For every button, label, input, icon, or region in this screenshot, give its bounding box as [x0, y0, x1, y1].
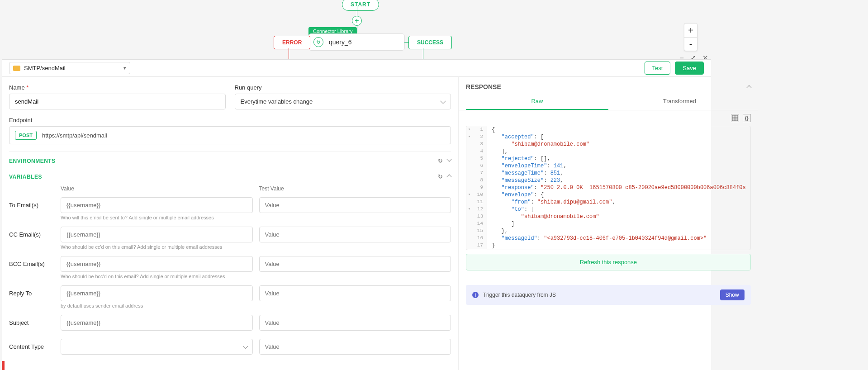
- to-email-value-input[interactable]: [61, 197, 253, 213]
- to-email-testvalue-input[interactable]: [259, 197, 451, 213]
- start-node[interactable]: START: [342, 0, 379, 11]
- query-node[interactable]: query_6: [308, 33, 405, 51]
- response-column: RESPONSE Raw Transformed {} ▾1{ ▾2 "acce…: [459, 77, 758, 370]
- value-column-header: Value: [61, 184, 253, 194]
- add-node-button[interactable]: +: [352, 16, 362, 26]
- contenttype-label: Content Type: [9, 339, 54, 350]
- variables-grid: Value Test Value To Email(s) Who will th…: [9, 184, 451, 355]
- bcc-email-help: Who should be bcc'd on this email? Add s…: [61, 274, 451, 279]
- plug-icon: [313, 37, 323, 47]
- success-node[interactable]: SUCCESS: [408, 36, 452, 49]
- to-email-help: Who will this email be sent to? Add sing…: [61, 215, 451, 220]
- connector-line: [423, 48, 423, 60]
- run-query-select[interactable]: Everytime variables change: [235, 94, 451, 109]
- trigger-info-bar: i Trigger this dataquery from JS Show: [466, 285, 751, 305]
- bcc-email-value-input[interactable]: [61, 256, 253, 272]
- connector-line: [404, 42, 408, 43]
- bcc-email-label: BCC Email(s): [9, 256, 54, 267]
- tab-raw[interactable]: Raw: [466, 93, 608, 110]
- replyto-label: Reply To: [9, 285, 54, 297]
- cc-email-help: Who should be cc'd on this email? Add si…: [61, 244, 451, 250]
- replyto-testvalue-input[interactable]: [259, 285, 451, 301]
- zoom-controls: + -: [684, 23, 697, 51]
- chevron-up-icon[interactable]: [446, 174, 451, 179]
- connector-selector[interactable]: SMTP/sendMail ▾: [9, 62, 130, 74]
- connector-selector-label: SMTP/sendMail: [24, 65, 66, 71]
- name-input[interactable]: [9, 94, 226, 109]
- to-email-label: To Email(s): [9, 197, 54, 209]
- response-tabs: Raw Transformed: [459, 93, 758, 110]
- tab-transformed[interactable]: Transformed: [608, 93, 751, 110]
- top-actions: Test Save: [645, 62, 704, 75]
- contenttype-testvalue-input[interactable]: [259, 339, 451, 355]
- subject-label: Subject: [9, 315, 54, 326]
- error-node[interactable]: ERROR: [274, 36, 310, 49]
- connector-line: [357, 6, 357, 16]
- endpoint-box: POST https://smtp/api/sendmail: [9, 126, 451, 144]
- test-button[interactable]: Test: [645, 62, 671, 75]
- svg-rect-0: [732, 115, 738, 121]
- save-button[interactable]: Save: [675, 62, 704, 75]
- test-value-column-header: Test Value: [259, 184, 451, 194]
- replyto-value-input[interactable]: [61, 285, 253, 301]
- subject-value-input[interactable]: [61, 315, 253, 331]
- workflow-canvas: START + Connector Library query_6 ERROR …: [0, 0, 868, 60]
- refresh-icon[interactable]: ↻: [438, 173, 443, 180]
- left-accent-bar-red: [2, 361, 5, 370]
- connector-line: [357, 25, 357, 33]
- response-header[interactable]: RESPONSE: [459, 77, 758, 93]
- table-view-icon[interactable]: [731, 114, 739, 122]
- show-button[interactable]: Show: [720, 289, 745, 300]
- subject-testvalue-input[interactable]: [259, 315, 451, 331]
- refresh-response-button[interactable]: Refresh this response: [466, 254, 751, 270]
- trigger-text: Trigger this dataquery from JS: [483, 292, 556, 298]
- info-icon: i: [472, 292, 479, 298]
- editor-topbar: SMTP/sendMail ▾ Test Save: [2, 60, 711, 77]
- response-code-viewer[interactable]: ▾1{ ▾2 "accepted": [ 3 "shibam@dronamobi…: [466, 126, 751, 250]
- editor-panel: SMTP/sendMail ▾ Test Save Name * Run que…: [2, 60, 711, 370]
- endpoint-url: https://smtp/api/sendmail: [42, 132, 107, 139]
- chevron-up-icon: [746, 85, 751, 90]
- http-method-chip: POST: [15, 131, 37, 140]
- chevron-down-icon[interactable]: [446, 157, 451, 161]
- connector-line: [289, 48, 289, 60]
- run-query-label: Run query: [235, 84, 451, 91]
- environments-section-header[interactable]: ENVIRONMENTS ↻: [9, 152, 451, 168]
- json-view-icon[interactable]: {}: [743, 114, 751, 122]
- bcc-email-testvalue-input[interactable]: [259, 256, 451, 272]
- zoom-out-button[interactable]: -: [684, 37, 697, 51]
- name-label: Name *: [9, 84, 226, 91]
- form-column: Name * Run query Everytime variables cha…: [2, 77, 459, 370]
- cc-email-value-input[interactable]: [61, 227, 253, 242]
- endpoint-label: Endpoint: [9, 117, 451, 123]
- chevron-down-icon: ▾: [123, 65, 126, 71]
- query-node-label: query_6: [329, 38, 352, 46]
- cc-email-label: CC Email(s): [9, 227, 54, 238]
- folder-icon: [13, 66, 20, 71]
- zoom-in-button[interactable]: +: [684, 24, 697, 37]
- variables-section-header[interactable]: VARIABLES ↻: [9, 168, 451, 184]
- contenttype-value-select[interactable]: [61, 339, 253, 355]
- refresh-icon[interactable]: ↻: [438, 157, 443, 164]
- cc-email-testvalue-input[interactable]: [259, 227, 451, 242]
- response-toolbar: {}: [459, 110, 758, 126]
- replyto-help: by default uses sender email address: [61, 303, 451, 308]
